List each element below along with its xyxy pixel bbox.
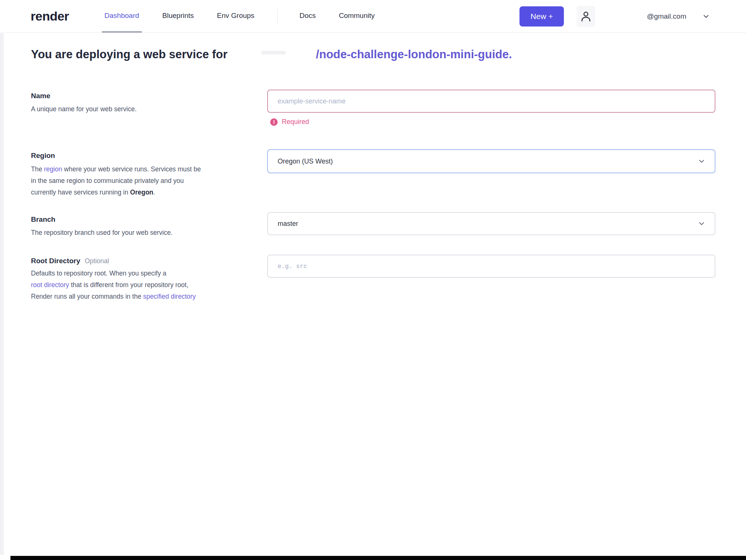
- region-select-value: Oregon (US West): [278, 158, 333, 165]
- nav-links: Dashboard Blueprints Env Groups Docs Com…: [102, 0, 395, 32]
- account-menu-chevron[interactable]: [702, 12, 710, 21]
- user-icon: [580, 10, 592, 23]
- nav-link-community[interactable]: Community: [336, 0, 377, 32]
- deploy-web-service-page: render Dashboard Blueprints Env Groups D…: [0, 0, 746, 560]
- account-email[interactable]: @gmail.com: [647, 12, 686, 21]
- region-desc-text: currently have services running in: [31, 189, 130, 196]
- nav-right: New + @gmail.com: [519, 6, 710, 27]
- user-account-button[interactable]: [577, 6, 595, 27]
- root-directory-description: Defaults to repository root. When you sp…: [31, 268, 255, 302]
- region-desc-text: in the same region to communicate privat…: [31, 177, 184, 184]
- page-title: You are deploying a web service for /nod…: [31, 48, 512, 61]
- branch-field-description: The repository branch used for your web …: [31, 227, 255, 239]
- root-directory-label-text: Root Directory: [31, 257, 80, 265]
- chevron-down-icon: [697, 220, 706, 228]
- root-directory-field-label: Root DirectoryOptional: [31, 257, 109, 265]
- branch-select-value: master: [278, 220, 298, 228]
- root-directory-inline-link[interactable]: root directory: [31, 281, 69, 289]
- nav-link-docs[interactable]: Docs: [297, 0, 318, 32]
- region-field-description: The region where your web service runs. …: [31, 164, 255, 198]
- new-button[interactable]: New +: [519, 6, 564, 27]
- root-desc-text: Defaults to repository root. When you sp…: [31, 270, 166, 277]
- region-select[interactable]: Oregon (US West): [267, 149, 715, 173]
- branch-select[interactable]: master: [267, 212, 715, 235]
- branch-field-label: Branch: [31, 215, 55, 224]
- page-title-prefix: You are deploying a web service for: [31, 48, 228, 61]
- optional-tag: Optional: [85, 257, 109, 265]
- name-error-text: Required: [282, 118, 309, 126]
- nav-divider: [277, 9, 278, 24]
- window-left-edge: [0, 33, 4, 555]
- chevron-down-icon: [702, 12, 710, 21]
- region-desc-text: where your web service runs. Services mu…: [62, 165, 201, 173]
- nav-link-env-groups[interactable]: Env Groups: [214, 0, 257, 32]
- top-nav: render Dashboard Blueprints Env Groups D…: [0, 0, 746, 33]
- chevron-down-icon: [697, 157, 706, 165]
- name-field-label: Name: [31, 92, 50, 100]
- error-exclamation-icon: !: [270, 118, 278, 126]
- root-directory-input[interactable]: [267, 255, 715, 278]
- nav-link-blueprints[interactable]: Blueprints: [160, 0, 197, 32]
- redacted-account-name: [228, 53, 316, 58]
- region-desc-oregon: Oregon: [130, 189, 153, 196]
- region-inline-link[interactable]: region: [44, 165, 62, 173]
- name-required-error: ! Required: [270, 118, 309, 126]
- nav-link-dashboard[interactable]: Dashboard: [102, 0, 142, 32]
- taskbar-edge: [10, 556, 746, 560]
- name-field-description: A unique name for your web service.: [31, 103, 255, 115]
- region-field-label: Region: [31, 152, 55, 160]
- region-desc-text: .: [153, 189, 155, 196]
- render-logo[interactable]: render: [31, 9, 69, 24]
- specified-directory-inline-link[interactable]: specified directory: [143, 293, 196, 300]
- root-desc-text: that is different from your repository r…: [69, 281, 188, 289]
- region-desc-text: The: [31, 165, 44, 173]
- root-desc-text: Render runs all your commands in the: [31, 293, 143, 300]
- service-name-input[interactable]: [267, 90, 715, 113]
- repo-name-link[interactable]: /node-challenge-london-mini-guide.: [316, 48, 512, 61]
